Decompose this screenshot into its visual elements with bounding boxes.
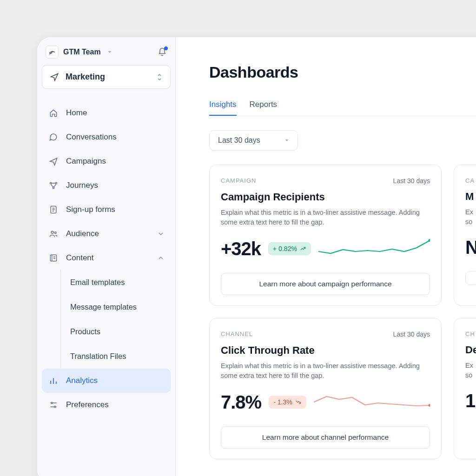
- send-icon: [48, 156, 59, 166]
- delta-badge-up: + 0.82%: [268, 242, 311, 255]
- sidebar-item-signup-forms[interactable]: Sign-up forms: [42, 198, 171, 222]
- sidebar: GTM Team Marketing: [37, 37, 176, 476]
- sliders-icon: [48, 400, 59, 410]
- home-icon: [48, 108, 59, 118]
- card-description: Ex so: [465, 361, 476, 380]
- sidebar-item-label: Home: [66, 108, 87, 118]
- sidebar-item-label: Preferences: [66, 400, 109, 410]
- sidebar-item-label: Conversations: [66, 132, 117, 142]
- delta-badge-down: - 1.3%: [269, 396, 306, 409]
- cards-row-1: CAMPAIGN Last 30 days Campaign Recipient…: [209, 165, 476, 306]
- date-range-label: Last 30 days: [218, 136, 260, 145]
- subnav-email-templates[interactable]: Email templates: [61, 270, 171, 295]
- card-metric: N: [465, 237, 476, 258]
- svg-point-7: [51, 402, 53, 403]
- card-campaign-recipients: CAMPAIGN Last 30 days Campaign Recipient…: [209, 165, 442, 306]
- subnav-message-templates[interactable]: Message templates: [61, 295, 171, 319]
- card-range: Last 30 days: [393, 331, 430, 338]
- card-title: Campaign Recipients: [221, 191, 430, 203]
- card-range: Last 30 days: [393, 177, 430, 185]
- chevron-down-icon: [158, 231, 164, 237]
- sidebar-item-label: Sign-up forms: [66, 205, 115, 214]
- journey-icon: [48, 180, 59, 191]
- audience-icon: [48, 229, 59, 239]
- date-range-select[interactable]: Last 30 days: [209, 130, 298, 151]
- card-category: CAMPAIGN: [221, 177, 256, 185]
- svg-point-5: [54, 232, 56, 234]
- page-title: Dashboards: [209, 63, 476, 81]
- svg-point-0: [50, 182, 52, 184]
- sidebar-item-audience[interactable]: Audience: [42, 222, 171, 246]
- card-description: Explain what this metric is in a two-lin…: [221, 208, 430, 227]
- sidebar-item-campaigns[interactable]: Campaigns: [42, 149, 171, 173]
- card-cta-button[interactable]: [465, 271, 476, 285]
- sort-icon: [156, 73, 163, 81]
- sidebar-item-label: Audience: [66, 229, 99, 238]
- cards-row-2: CHANNEL Last 30 days Click Through Rate …: [209, 318, 476, 459]
- caret-down-icon: [284, 138, 289, 143]
- card-metric: +32k: [221, 238, 261, 259]
- card-category: CA: [465, 177, 475, 184]
- notification-dot: [164, 46, 168, 50]
- sparkline-down: [314, 391, 430, 413]
- card-cta-button[interactable]: Learn more about channel performance: [221, 426, 430, 449]
- bar-chart-icon: [48, 376, 59, 386]
- card-metric: 1: [465, 390, 475, 411]
- chevron-up-icon: [158, 255, 164, 261]
- sidebar-item-label: Campaigns: [66, 157, 106, 166]
- trend-down-icon: [295, 399, 302, 405]
- card-peek-2: CH De Ex so 1: [454, 318, 476, 459]
- sidebar-item-analytics[interactable]: Analytics: [42, 369, 171, 393]
- caret-down-icon: [107, 50, 112, 54]
- sidebar-item-journeys[interactable]: Journeys: [42, 173, 171, 198]
- main-content: Dashboards Insights Reports Last 30 days…: [176, 37, 476, 476]
- chat-icon: [48, 132, 59, 142]
- brand-logo-icon: [46, 46, 59, 59]
- sidebar-item-content[interactable]: Content: [42, 246, 171, 270]
- svg-rect-6: [50, 255, 56, 261]
- card-click-through-rate: CHANNEL Last 30 days Click Through Rate …: [209, 318, 442, 459]
- sidebar-item-home[interactable]: Home: [42, 101, 171, 125]
- card-category: CHANNEL: [221, 331, 253, 338]
- subnav-products[interactable]: Products: [61, 319, 171, 344]
- svg-point-1: [55, 182, 57, 184]
- svg-point-10: [428, 404, 430, 407]
- content-icon: [48, 253, 59, 263]
- form-icon: [48, 205, 59, 215]
- card-description: Explain what this metric is in a two-lin…: [221, 361, 430, 381]
- card-title: Click Through Rate: [221, 344, 430, 357]
- card-category: CH: [465, 331, 475, 337]
- sidebar-item-conversations[interactable]: Conversations: [42, 125, 171, 149]
- card-metric: 7.8%: [221, 392, 261, 413]
- card-title: M: [465, 191, 476, 203]
- sidebar-item-preferences[interactable]: Preferences: [42, 393, 171, 417]
- sidebar-item-label: Analytics: [66, 376, 98, 385]
- card-cta-button[interactable]: Learn more about campaign performance: [221, 273, 430, 295]
- tabs: Insights Reports: [209, 100, 476, 116]
- tab-insights[interactable]: Insights: [209, 100, 237, 116]
- space-selector[interactable]: Marketing: [42, 65, 171, 89]
- sparkline-up: [318, 238, 430, 260]
- subnav-translation-files[interactable]: Translation Files: [61, 344, 171, 369]
- trend-up-icon: [300, 245, 306, 252]
- app-frame: GTM Team Marketing: [37, 37, 476, 476]
- tab-reports[interactable]: Reports: [250, 100, 278, 116]
- space-selector-label: Marketing: [66, 72, 105, 82]
- paper-plane-icon: [50, 73, 59, 82]
- notifications-bell-icon[interactable]: [158, 47, 167, 57]
- sidebar-item-label: Journeys: [66, 181, 98, 190]
- card-description: Ex so: [465, 207, 476, 227]
- svg-point-4: [51, 231, 53, 233]
- svg-point-8: [54, 406, 56, 408]
- primary-nav: Home Conversations Campaigns Journeys Si…: [42, 101, 171, 417]
- card-title: De: [465, 344, 476, 356]
- workspace-switcher[interactable]: GTM Team: [42, 44, 171, 60]
- workspace-name: GTM Team: [63, 48, 101, 56]
- sidebar-item-label: Content: [66, 253, 94, 263]
- card-peek-1: CA M Ex so N: [454, 165, 476, 306]
- content-subnav: Email templates Message templates Produc…: [60, 270, 171, 369]
